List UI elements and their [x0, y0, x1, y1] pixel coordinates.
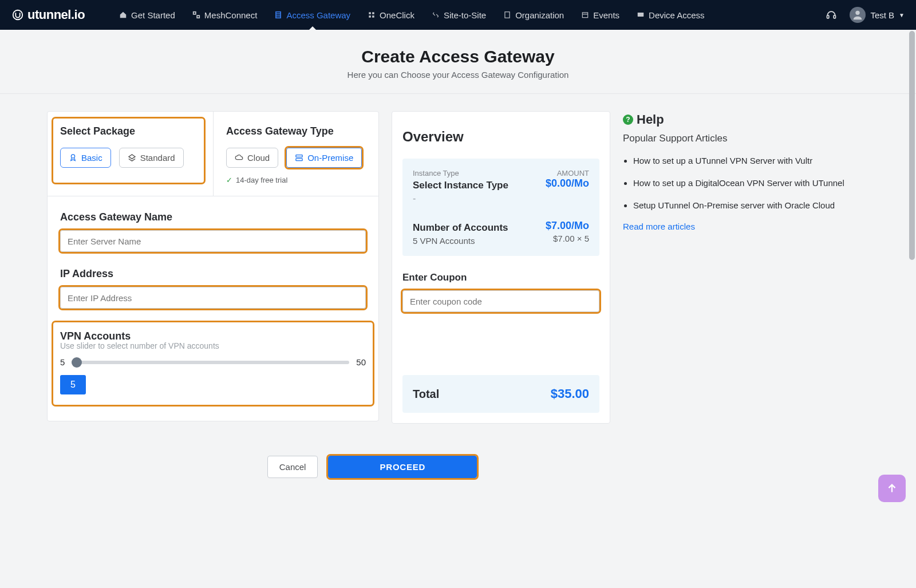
svg-rect-9: [372, 15, 374, 18]
vpn-slider-thumb[interactable]: [72, 357, 82, 368]
package-basic-button[interactable]: Basic: [60, 148, 111, 168]
brand-icon: [11, 9, 24, 21]
ip-block: IP Address: [60, 268, 366, 309]
org-icon: [503, 11, 511, 19]
help-article[interactable]: Setup UTunnel On-Premise server with Ora…: [633, 199, 869, 211]
nav-events[interactable]: Events: [581, 10, 619, 20]
vpn-max: 50: [356, 357, 366, 367]
svg-rect-20: [296, 155, 302, 157]
read-more-link[interactable]: Read more articles: [623, 222, 869, 231]
overview-column: Overview Instance Type AMOUNT Select Ins…: [392, 111, 610, 424]
server-icon: [295, 153, 303, 162]
help-article[interactable]: How to set up a UTunnel VPN Server with …: [633, 155, 869, 167]
nav-get-started[interactable]: Get Started: [119, 10, 175, 20]
nav-meshconnect[interactable]: MeshConnect: [192, 10, 258, 20]
accounts-label: Number of Accounts: [413, 222, 508, 234]
site-icon: [432, 11, 440, 19]
ip-input[interactable]: [60, 287, 366, 309]
trial-text: 14-day free trial: [236, 176, 287, 184]
nav-label: Access Gateway: [286, 10, 350, 20]
nav-right: Test B ▼: [826, 7, 905, 23]
nav-access-gateway[interactable]: Access Gateway: [274, 10, 350, 20]
pill-label: Cloud: [247, 153, 270, 163]
home-icon: [119, 11, 127, 19]
scroll-top-button[interactable]: [878, 475, 906, 501]
brand-logo[interactable]: utunnel.io: [11, 7, 85, 22]
help-subtitle: Popular Support Articles: [623, 133, 869, 144]
svg-rect-13: [583, 13, 588, 18]
package-panel: Select Package Basic Standar: [48, 112, 214, 196]
user-menu[interactable]: Test B ▼: [850, 7, 905, 23]
help-title: Help: [637, 112, 664, 127]
user-name: Test B: [870, 10, 894, 20]
package-standard-button[interactable]: Standard: [119, 148, 184, 168]
ip-label: IP Address: [60, 268, 366, 280]
svg-rect-3: [276, 12, 281, 18]
vpn-slider[interactable]: [72, 361, 349, 364]
device-icon: [637, 11, 645, 19]
nav-oneclick[interactable]: OneClick: [368, 10, 414, 20]
overview-title: Overview: [402, 129, 599, 145]
overview-box: Instance Type AMOUNT Select Instance Typ…: [402, 159, 599, 256]
gateway-cloud-button[interactable]: Cloud: [226, 148, 278, 168]
left-form: Access Gateway Name IP Address VPN Accou…: [48, 196, 378, 421]
standard-icon: [128, 153, 136, 162]
help-article[interactable]: How to set up a DigitalOcean VPN Server …: [633, 177, 869, 189]
proceed-button[interactable]: PROCEED: [328, 456, 477, 478]
chevron-down-icon: ▼: [899, 12, 905, 18]
svg-rect-2: [197, 15, 199, 18]
nav-label: Organization: [515, 10, 564, 20]
svg-rect-21: [296, 159, 302, 161]
page-header: Create Access Gateway Here you can Choos…: [0, 30, 916, 94]
pill-label: Basic: [81, 153, 102, 163]
events-icon: [581, 11, 589, 19]
select-instance-label: Select Instance Type: [413, 180, 508, 191]
gateway-icon: [274, 11, 282, 19]
total-label: Total: [413, 388, 439, 401]
top-navbar: utunnel.io Get Started MeshConnect Acces…: [0, 0, 916, 30]
svg-rect-1: [194, 12, 196, 14]
svg-rect-6: [369, 12, 371, 14]
coupon-block: Enter Coupon: [402, 272, 599, 312]
nav-organization[interactable]: Organization: [503, 10, 564, 20]
top-panels: Select Package Basic Standar: [48, 112, 378, 196]
cancel-button[interactable]: Cancel: [267, 456, 318, 478]
oneclick-icon: [368, 11, 376, 19]
accounts-sub: 5 VPN Accounts: [413, 236, 475, 246]
nav-label: Events: [593, 10, 619, 20]
scrollbar[interactable]: [909, 31, 915, 260]
mesh-icon: [192, 11, 200, 19]
config-column: Select Package Basic Standar: [47, 111, 379, 421]
nav-device-access[interactable]: Device Access: [637, 10, 705, 20]
footer-buttons: Cancel PROCEED: [0, 424, 916, 501]
help-column: ? Help Popular Support Articles How to s…: [623, 111, 869, 231]
headset-icon[interactable]: [826, 9, 837, 21]
coupon-input[interactable]: [402, 290, 599, 312]
gateway-onpremise-button[interactable]: On-Premise: [286, 148, 362, 168]
pill-label: On-Premise: [307, 153, 353, 163]
brand-text: utunnel.io: [27, 7, 85, 22]
svg-point-18: [856, 11, 860, 15]
nav-site-to-site[interactable]: Site-to-Site: [432, 10, 486, 20]
avatar-icon: [851, 9, 864, 21]
accounts-math: $7.00 × 5: [553, 234, 589, 246]
svg-point-19: [71, 155, 74, 158]
svg-rect-15: [638, 13, 644, 17]
total-price: $35.00: [551, 386, 589, 401]
help-list: How to set up a UTunnel VPN Server with …: [623, 155, 869, 211]
pill-label: Standard: [140, 153, 175, 163]
trial-note: ✓ 14-day free trial: [226, 176, 366, 184]
page-title: Create Access Gateway: [0, 47, 916, 66]
svg-point-0: [13, 10, 23, 20]
package-title: Select Package: [60, 125, 197, 137]
vpn-min: 5: [60, 357, 65, 367]
gateway-name-input[interactable]: [60, 230, 366, 252]
gateway-name-block: Access Gateway Name: [60, 211, 366, 252]
vpn-value-badge: 5: [60, 375, 86, 394]
help-icon: ?: [623, 115, 633, 125]
gateway-type-title: Access Gateway Type: [226, 125, 366, 137]
check-icon: ✓: [226, 176, 232, 184]
instance-price: $0.00/Mo: [546, 177, 589, 191]
avatar: [850, 7, 866, 23]
help-head: ? Help: [623, 112, 869, 127]
